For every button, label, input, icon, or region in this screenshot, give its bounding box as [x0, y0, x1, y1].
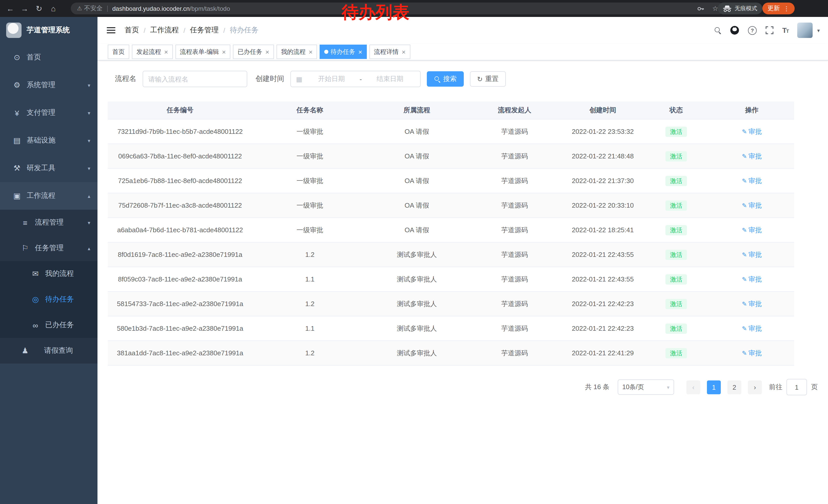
initiator-cell: 芋道源码 [466, 341, 563, 365]
sidebar-toggle-icon[interactable] [107, 27, 115, 33]
sidebar-item-my-process[interactable]: ✉ 我的流程 [0, 261, 97, 287]
reload-button[interactable]: ↻ [32, 0, 46, 17]
search-button[interactable]: 搜索 [427, 71, 464, 87]
breadcrumb-current: 待办任务 [230, 26, 258, 35]
status-badge: 激活 [665, 274, 687, 284]
initiator-cell: 芋道源码 [466, 291, 563, 316]
font-size-icon[interactable]: TT [782, 26, 788, 34]
task-id-cell: 381aa1dd-7ac8-11ec-a9e2-a2380e71991a [108, 341, 252, 365]
sidebar-item-infra[interactable]: ▤ 基础设施 ▾ [0, 127, 97, 154]
total-count: 共 16 条 [585, 382, 610, 392]
status-badge: 激活 [665, 348, 687, 358]
breadcrumb-workflow[interactable]: 工作流程 [150, 26, 179, 35]
tab-start-process[interactable]: 发起流程 × [132, 45, 173, 59]
task-name-cell: 1.2 [252, 341, 367, 365]
action-cell: ✎审批 [709, 119, 794, 144]
tab-todo-tasks[interactable]: 待办任务 × [320, 45, 367, 59]
approve-link[interactable]: ✎审批 [742, 151, 762, 161]
close-icon[interactable]: × [402, 48, 406, 55]
approve-link[interactable]: ✎审批 [742, 201, 762, 210]
close-icon[interactable]: × [222, 48, 226, 55]
sidebar-item-payment[interactable]: ¥ 支付管理 ▾ [0, 99, 97, 127]
tab-done-tasks[interactable]: 已办任务 × [233, 45, 274, 59]
sidebar-item-workflow[interactable]: ▣ 工作流程 ▴ [0, 182, 97, 210]
approve-link[interactable]: ✎审批 [742, 250, 762, 259]
breadcrumb-home[interactable]: 首页 [125, 26, 139, 35]
tab-home[interactable]: 首页 [108, 45, 129, 59]
goto-page-input[interactable] [786, 379, 807, 395]
page-button-1[interactable]: 1 [707, 380, 721, 394]
next-page-button[interactable]: › [748, 380, 762, 394]
table-row: a6aba0a4-7b6d-11ec-b781-acde48001122 一级审… [108, 218, 794, 242]
search-icon[interactable] [715, 27, 721, 34]
process-cell: 测试多审批人 [367, 316, 466, 341]
close-icon[interactable]: × [164, 48, 168, 55]
fullscreen-icon[interactable] [765, 26, 774, 34]
process-cell: 测试多审批人 [367, 267, 466, 291]
breadcrumb-task-mgmt[interactable]: 任务管理 [190, 26, 219, 35]
col-task-id: 任务编号 [108, 101, 252, 119]
close-icon[interactable]: × [265, 48, 269, 55]
logo-avatar [6, 22, 22, 38]
approve-link[interactable]: ✎审批 [742, 299, 762, 308]
action-cell: ✎审批 [709, 218, 794, 242]
sidebar-item-task-mgmt[interactable]: ⚐ 任务管理 ▴ [0, 235, 97, 261]
edit-icon: ✎ [742, 152, 747, 160]
initiator-cell: 芋道源码 [466, 169, 563, 193]
back-button[interactable]: ← [3, 0, 17, 17]
sidebar-item-leave-query[interactable]: ♟ 请假查询 [0, 338, 97, 364]
forward-button[interactable]: → [17, 0, 32, 17]
sidebar-item-devtools[interactable]: ⚒ 研发工具 ▾ [0, 154, 97, 182]
active-dot [325, 50, 329, 54]
browser-window: ← → ↻ ⌂ ⚠ 不安全 dashboard.yudao.iocoder.cn… [0, 0, 828, 504]
incognito-badge: 无痕模式 [718, 3, 762, 14]
approve-link[interactable]: ✎审批 [742, 275, 762, 284]
page-button-2[interactable]: 2 [728, 380, 741, 394]
close-icon[interactable]: × [358, 48, 362, 55]
action-cell: ✎审批 [709, 144, 794, 169]
tab-form-edit[interactable]: 流程表单-编辑 × [175, 45, 230, 59]
key-icon[interactable] [697, 4, 705, 12]
dashboard-icon: ⊙ [11, 53, 23, 62]
sidebar-item-system[interactable]: ⚙ 系统管理 ▾ [0, 71, 97, 99]
prev-page-button[interactable]: ‹ [687, 380, 700, 394]
sidebar-item-done-tasks[interactable]: ∞ 已办任务 [0, 312, 97, 338]
process-cell: 测试多审批人 [367, 341, 466, 365]
tab-my-process[interactable]: 我的流程 × [277, 45, 317, 59]
page-size-select[interactable]: 10条/页 ▾ [618, 379, 674, 395]
breadcrumb: 首页 / 工作流程 / 任务管理 / 待办任务 [125, 26, 258, 35]
incognito-label: 无痕模式 [735, 5, 757, 12]
process-name-input[interactable] [142, 71, 247, 87]
sidebar-item-todo-tasks[interactable]: ◎ 待办任务 [0, 287, 97, 312]
tab-process-detail[interactable]: 流程详情 × [369, 45, 410, 59]
approve-link[interactable]: ✎审批 [742, 127, 762, 136]
process-name-label: 流程名 [115, 74, 136, 84]
warning-icon: ⚠ [77, 5, 82, 12]
update-button[interactable]: 更新 ⋮ [762, 3, 795, 14]
chevron-down-icon[interactable]: ▾ [817, 28, 820, 33]
help-icon[interactable]: ? [748, 26, 757, 35]
github-icon[interactable] [730, 26, 739, 35]
browser-menu-icon[interactable]: ⋮ [783, 5, 790, 12]
process-cell: OA 请假 [367, 169, 466, 193]
approve-link[interactable]: ✎审批 [742, 324, 762, 333]
status-cell: 激活 [643, 144, 709, 169]
approve-link[interactable]: ✎审批 [742, 176, 762, 185]
initiator-cell: 芋道源码 [466, 218, 563, 242]
reset-button[interactable]: ↻ 重置 [470, 71, 506, 87]
sidebar-item-home[interactable]: ⊙ 首页 [0, 44, 97, 71]
action-cell: ✎审批 [709, 242, 794, 267]
table-row: 58154733-7ac8-11ec-a9e2-a2380e71991a 1.2… [108, 291, 794, 316]
date-range-picker[interactable]: ▦ 开始日期 - 结束日期 [290, 71, 421, 87]
task-name-cell: 1.2 [252, 242, 367, 267]
user-avatar[interactable] [797, 22, 813, 38]
close-icon[interactable]: × [309, 48, 313, 55]
bookmark-star-icon[interactable]: ☆ [712, 5, 718, 12]
edit-icon: ✎ [742, 300, 747, 307]
approve-link[interactable]: ✎审批 [742, 225, 762, 235]
sidebar-item-process-mgmt[interactable]: ≡ 流程管理 ▾ [0, 210, 97, 235]
approve-link[interactable]: ✎审批 [742, 349, 762, 358]
home-button[interactable]: ⌂ [46, 0, 60, 17]
task-name-cell: 一级审批 [252, 169, 367, 193]
status-badge: 激活 [665, 176, 687, 186]
